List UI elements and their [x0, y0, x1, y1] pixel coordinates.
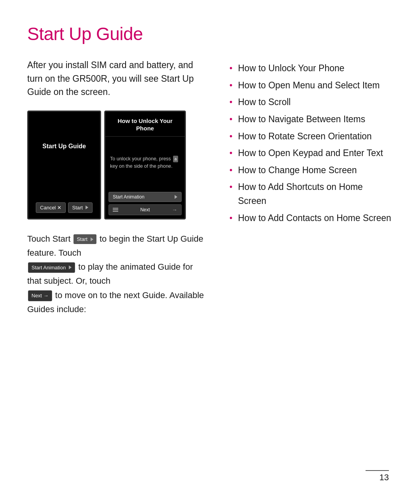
inline-start-animation-button: Start Animation: [28, 262, 75, 273]
start-animation-label: Start Animation: [113, 194, 144, 200]
left-screen-title: Start Up Guide: [42, 143, 86, 150]
footer-line: [366, 470, 389, 471]
list-item: How to Unlock Your Phone: [229, 61, 393, 76]
list-item: How to Rotate Screen Orientation: [229, 130, 393, 144]
key-icon: a: [173, 156, 178, 162]
right-screen-footer: Start Animation Next →: [105, 189, 185, 218]
cancel-icon: ✕: [57, 205, 61, 211]
page-title: Start Up Guide: [27, 23, 393, 44]
description-text: Touch Start Start to begin the Start Up …: [27, 232, 206, 317]
list-item: How to Add Shortcuts on Home Screen: [229, 180, 393, 208]
start-label: Start: [72, 205, 83, 211]
list-item: How to Add Contacts on Home Screen: [229, 211, 393, 225]
desc-part4: to move on to the next Guide. Available …: [27, 290, 204, 314]
inline-start-button: Start: [74, 234, 96, 244]
intro-text: After you install SIM card and battery, …: [27, 58, 206, 99]
inline-play-icon2: [69, 265, 72, 269]
right-screen-body: To unlock your phone, press a key on the…: [105, 137, 185, 189]
page-number: 13: [380, 472, 389, 483]
cancel-label: Cancel: [40, 205, 56, 211]
start-animation-button[interactable]: Start Animation: [108, 192, 182, 202]
left-phone-screen: Start Up Guide Cancel ✕ Start: [27, 111, 101, 220]
inline-arrow-icon: →: [44, 292, 49, 300]
right-screen-header: How to Unlock Your Phone: [105, 112, 185, 137]
left-column: After you install SIM card and battery, …: [27, 58, 206, 316]
menu-icon: [113, 208, 118, 212]
play-icon: [175, 195, 177, 199]
right-screen-body-text: To unlock your phone, press a key on the…: [110, 155, 180, 170]
list-item: How to Scroll: [229, 95, 393, 109]
right-phone-screen: How to Unlock Your Phone To unlock your …: [104, 111, 186, 220]
content-layout: After you install SIM card and battery, …: [27, 58, 393, 316]
inline-next-button: Next →: [28, 290, 52, 301]
next-button[interactable]: Next →: [108, 204, 182, 215]
list-item: How to Change Home Screen: [229, 163, 393, 177]
right-column: How to Unlock Your PhoneHow to Open Menu…: [229, 58, 393, 228]
arrow-icon: →: [172, 207, 177, 213]
list-item: How to Open Keypad and Enter Text: [229, 146, 393, 160]
phone-screenshots: Start Up Guide Cancel ✕ Start How to Unl…: [27, 111, 206, 220]
inline-start-label: Start: [77, 235, 87, 243]
inline-start-animation-label: Start Animation: [32, 263, 66, 272]
desc-part1: Touch Start: [27, 234, 70, 244]
start-button[interactable]: Start: [68, 202, 93, 213]
next-label: Next: [140, 207, 150, 212]
list-item: How to Open Menu and Select Item: [229, 79, 393, 93]
inline-next-label: Next: [32, 292, 42, 300]
cancel-button[interactable]: Cancel ✕: [36, 202, 65, 213]
inline-play-icon: [91, 237, 93, 241]
list-item: How to Navigate Between Items: [229, 112, 393, 126]
left-screen-buttons: Cancel ✕ Start: [33, 202, 95, 213]
play-icon: [86, 205, 88, 209]
guides-list: How to Unlock Your PhoneHow to Open Menu…: [229, 61, 393, 225]
